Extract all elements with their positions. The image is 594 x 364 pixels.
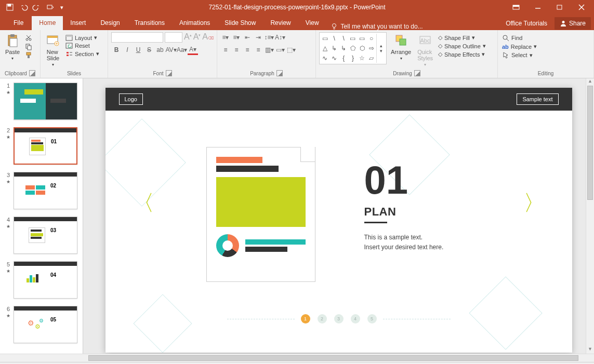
maximize-button[interactable] <box>549 0 570 15</box>
clear-formatting-button[interactable]: A⌫ <box>202 32 214 43</box>
svg-rect-37 <box>400 39 406 45</box>
numbering-button[interactable]: ≡▾ <box>231 32 242 43</box>
paragraph-launcher[interactable] <box>276 70 283 76</box>
tab-slideshow[interactable]: Slide Show <box>217 16 263 30</box>
page-dot-1[interactable]: 1 <box>301 314 310 323</box>
svg-point-9 <box>332 24 336 28</box>
thumbnail-2[interactable]: 2★ 01 <box>5 127 77 165</box>
thumbnail-3[interactable]: 3★ 02 <box>5 172 77 209</box>
save-icon[interactable] <box>4 2 16 13</box>
tab-insert[interactable]: Insert <box>63 16 93 30</box>
new-slide-button[interactable]: New Slide▾ <box>44 32 62 68</box>
quick-styles-button[interactable]: Abc Quick Styles▾ <box>415 32 435 68</box>
tab-transitions[interactable]: Transitions <box>127 16 172 30</box>
prev-arrow[interactable]: 〈 <box>133 188 154 218</box>
window-title: 7252-01-flat-design-process-powerpoint-1… <box>208 4 385 11</box>
shadow-button[interactable]: ab <box>155 45 165 55</box>
align-text-button[interactable]: ▭▾ <box>275 45 285 55</box>
svg-rect-30 <box>66 35 72 37</box>
italic-button[interactable]: I <box>122 45 133 55</box>
page-dot-2[interactable]: 2 <box>318 314 327 323</box>
thumbnail-5[interactable]: 5★ 04 <box>5 261 77 299</box>
vertical-scrollbar[interactable]: ▲▼ <box>586 78 594 354</box>
tab-design[interactable]: Design <box>93 16 127 30</box>
slide-thumbnails-panel[interactable]: 1★ 2★ 01 3★ 02 4★ <box>0 78 83 354</box>
shapes-gallery[interactable]: ▭\\▭▭○▴▾ △↳↳⬠⬡⇨ ∿∿{}☆▱ <box>319 32 387 64</box>
line-spacing-button[interactable]: ↕≡▾ <box>264 32 274 43</box>
paste-button[interactable]: Paste▾ <box>3 32 22 62</box>
increase-indent-button[interactable]: ⇥ <box>253 32 263 43</box>
page-dot-4[interactable]: 4 <box>351 314 360 323</box>
next-arrow[interactable]: 〉 <box>523 188 545 218</box>
reset-button[interactable]: Reset <box>64 42 100 49</box>
section-button[interactable]: Section ▾ <box>64 50 100 58</box>
decrease-font-button[interactable]: A▾ <box>193 32 201 43</box>
slide-canvas[interactable]: Logo Sample text 〈 〉 <box>83 78 594 354</box>
tab-home[interactable]: Home <box>32 16 63 30</box>
font-launcher[interactable] <box>166 70 172 76</box>
slide-number: 01 <box>364 160 444 200</box>
slide[interactable]: Logo Sample text 〈 〉 <box>105 88 572 353</box>
select-button[interactable]: Select ▾ <box>501 51 538 59</box>
align-right-button[interactable]: ≡ <box>242 45 253 55</box>
char-spacing-button[interactable]: AV▾ <box>166 45 176 55</box>
justify-button[interactable]: ≡ <box>253 45 263 55</box>
find-button[interactable]: Find <box>501 34 538 42</box>
align-center-button[interactable]: ≡ <box>231 45 242 55</box>
bg-shape <box>133 294 192 353</box>
page-dot-3[interactable]: 3 <box>334 314 344 323</box>
copy-button[interactable] <box>24 43 33 51</box>
tell-me-search[interactable]: Tell me what you want to do... <box>331 23 423 30</box>
share-button[interactable]: Share <box>555 17 591 30</box>
document-graphic <box>206 147 315 282</box>
tab-review[interactable]: Review <box>263 16 298 30</box>
office-tutorials-link[interactable]: Office Tutorials <box>500 17 552 30</box>
align-left-button[interactable]: ≡ <box>220 45 231 55</box>
thumbnail-4[interactable]: 4★ 03 <box>5 217 77 254</box>
smartart-button[interactable]: ⬚▾ <box>286 45 296 55</box>
font-color-button[interactable]: A▾ <box>188 45 198 55</box>
bold-button[interactable]: B <box>111 45 122 55</box>
change-case-button[interactable]: Aa▾ <box>177 45 187 55</box>
thumbnail-1[interactable]: 1★ <box>5 83 77 120</box>
svg-rect-21 <box>28 46 31 50</box>
minimize-button[interactable] <box>527 0 548 15</box>
arrange-button[interactable]: Arrange▾ <box>389 32 413 62</box>
cut-button[interactable] <box>24 34 33 42</box>
tab-animations[interactable]: Animations <box>172 16 217 30</box>
text-direction-button[interactable]: A↕▾ <box>275 32 285 43</box>
replace-button[interactable]: ab Replace ▾ <box>501 43 538 50</box>
drawing-launcher[interactable] <box>414 70 420 76</box>
shape-fill-button[interactable]: ◇ Shape Fill ▾ <box>437 34 487 42</box>
qat-customize-icon[interactable]: ▾ <box>58 2 65 13</box>
redo-icon[interactable] <box>31 2 43 13</box>
bullets-button[interactable]: ≡▾ <box>220 32 231 43</box>
page-dot-5[interactable]: 5 <box>367 314 377 323</box>
clipboard-launcher[interactable] <box>29 70 35 76</box>
start-from-beginning-icon[interactable] <box>45 2 56 13</box>
close-button[interactable] <box>571 0 592 15</box>
layout-button[interactable]: Layout ▾ <box>64 34 100 42</box>
format-painter-button[interactable] <box>24 51 33 60</box>
slide-icon <box>46 33 60 48</box>
thumbnail-6[interactable]: 6★ ⚙ ⚙ ⚙ 05 <box>5 306 77 343</box>
columns-button[interactable]: ▥▾ <box>264 45 274 55</box>
svg-rect-22 <box>27 52 31 55</box>
shape-outline-button[interactable]: ◇ Shape Outline ▾ <box>437 42 487 50</box>
ribbon-options-icon[interactable] <box>506 0 526 15</box>
horizontal-scrollbar[interactable] <box>0 354 594 362</box>
undo-icon[interactable] <box>18 2 29 13</box>
font-family-select[interactable] <box>111 32 163 43</box>
font-size-select[interactable] <box>165 32 182 43</box>
shape-effects-button[interactable]: ◇ Shape Effects ▾ <box>437 50 487 58</box>
strikethrough-button[interactable]: S <box>144 45 154 55</box>
increase-font-button[interactable]: A▴ <box>184 32 192 43</box>
clipboard-icon <box>5 33 20 48</box>
pagination: 1 2 3 4 5 <box>227 314 451 323</box>
svg-rect-2 <box>47 5 52 9</box>
tab-view[interactable]: View <box>298 16 326 30</box>
tab-file[interactable]: File <box>5 16 32 30</box>
bg-shape <box>469 276 542 349</box>
underline-button[interactable]: U <box>133 45 143 55</box>
decrease-indent-button[interactable]: ⇤ <box>242 32 253 43</box>
